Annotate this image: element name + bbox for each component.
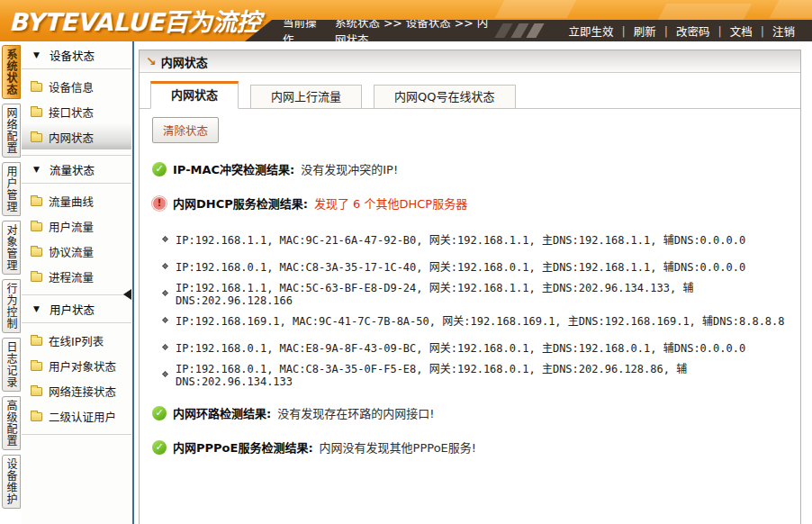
brand-logo-cn: 百为流控 [164,8,261,36]
sidebar-menu: ▼ 设备状态 设备信息 接口状态 内网状态 ▼ 流量状态 流量曲线 [22,41,131,524]
folder-icon [31,83,42,92]
check-ip-mac-conflict: ✓ IP-MAC冲突检测结果:没有发现冲突的IP! [152,160,788,177]
sidebar-item-label: 接口状态 [49,104,94,121]
sidebar-group-items: 流量曲线 用户流量 协议流量 进程流量 [22,184,131,295]
main-panel: ↘ 内网状态 内网状态 内网上行流量 内网QQ号在线状态 清除状态 ✓ IP-M… [139,50,801,524]
sidebar-group-device-status[interactable]: ▼ 设备状态 [22,41,131,69]
warning-icon: ! [152,196,167,211]
sidebar-group-label: 用户状态 [50,301,95,318]
sidebar-divider [132,41,134,524]
sidebar-item-user-traffic[interactable]: 用户流量 [22,213,131,239]
dhcp-server-entry: IP:192.168.0.1, MAC:E8-9A-8F-43-09-BC, 网… [176,339,745,355]
sidebar-item-traffic-curve[interactable]: 流量曲线 [22,188,131,213]
sidebar-item-secondary-auth-users[interactable]: 二级认证用户 [22,403,131,429]
docs-link[interactable]: 文档 [722,23,761,40]
bullet-icon [162,289,168,295]
sidebar-item-interface-status[interactable]: 接口状态 [22,99,131,124]
dhcp-server-entry: IP:192.168.1.1, MAC:9C-21-6A-47-92-B0, 网… [176,231,745,247]
brand-logo: BYTEVALUE百为流控 [9,3,261,38]
sidebar-group-user-status[interactable]: ▼ 用户状态 [22,295,131,323]
page-title-bar: ↘ 内网状态 [140,50,800,73]
page-title: 内网状态 [161,53,208,70]
folder-icon [31,273,42,282]
tab-lan-status[interactable]: 内网状态 [150,81,239,109]
breadcrumb-label: 当前操作 [283,14,322,41]
check-result: 内网没有发现其他PPPoE服务! [320,438,476,456]
module-tab-device-maintenance[interactable]: 设备维护 [2,455,21,509]
module-tab-advanced-config[interactable]: 高级配置 [2,396,21,450]
folder-icon [31,362,42,371]
module-tabbar: 系统状态 网络配置 用户管理 对象管理 行为控制 日志记录 高级配置 设备维护 [0,45,22,524]
sidebar-group-items: 设备信息 接口状态 内网状态 [22,69,131,156]
apply-now-link[interactable]: 立即生效 [561,23,622,40]
check-label: IP-MAC冲突检测结果: [173,160,294,177]
logout-link[interactable]: 注销 [764,23,803,40]
dhcp-server-entry: IP:192.168.0.1, MAC:C8-3A-35-0F-F5-E8, 网… [176,360,788,388]
bullet-icon [162,370,168,376]
triangle-down-icon: ▼ [33,50,40,59]
change-password-link[interactable]: 改密码 [668,23,718,40]
check-result-alert: 发现了 6 个其他DHCP服务器 [314,194,467,212]
check-lan-loop: ✓ 内网环路检测结果:没有发现存在环路的内网接口! [152,404,788,421]
module-tab-object-management[interactable]: 对象管理 [2,221,21,275]
module-tab-user-management[interactable]: 用户管理 [2,162,21,216]
clear-status-button[interactable]: 清除状态 [152,117,219,143]
module-tab-system-status[interactable]: 系统状态 [2,45,21,99]
tab-lan-qq-online-status[interactable]: 内网QQ号在线状态 [374,85,515,109]
brand-logo-en: BYTEVALUE [9,8,164,36]
folder-icon [31,248,42,257]
dhcp-server-entry: IP:192.168.169.1, MAC:9C-41-7C-7B-8A-50,… [176,312,785,328]
sidebar-item-network-connection-status[interactable]: 网络连接状态 [22,378,131,403]
sidebar-item-lan-status[interactable]: 内网状态 [22,124,131,149]
slash-deco-icon [527,23,546,38]
check-ok-icon: ✓ [152,162,167,176]
sidebar-item-label: 用户对象状态 [49,357,116,375]
module-tab-log-records[interactable]: 日志记录 [2,338,21,392]
refresh-link[interactable]: 刷新 [626,23,664,40]
module-tab-behavior-control[interactable]: 行为控制 [2,279,21,333]
check-ok-icon: ✓ [152,406,167,420]
check-pppoe-service: ✓ 内网PPPoE服务检测结果:内网没有发现其他PPPoE服务! [152,438,788,456]
breadcrumb-bar: 当前操作 系统状态 >> 设备状态 >> 内网状态 立即生效| 刷新| 改密码|… [245,20,812,41]
dhcp-server-row: IP:192.168.169.1, MAC:9C-41-7C-7B-8A-50,… [163,306,788,333]
dhcp-server-list: IP:192.168.1.1, MAC:9C-21-6A-47-92-B0, 网… [163,225,788,387]
triangle-down-icon: ▼ [33,304,40,313]
header-deco-stripe [657,4,753,22]
bullet-icon [162,235,168,241]
bullet-icon [162,262,168,268]
sidebar-item-user-object-status[interactable]: 用户对象状态 [22,353,131,378]
sidebar-item-online-ip-list[interactable]: 在线IP列表 [22,328,131,353]
check-result: 没有发现存在环路的内网接口! [277,404,434,421]
dhcp-server-row: IP:192.168.1.1, MAC:5C-63-BF-E8-D9-24, 网… [163,279,788,306]
sidebar-item-label: 内网状态 [49,129,94,146]
sidebar-item-device-info[interactable]: 设备信息 [22,74,131,99]
sidebar-group-label: 设备状态 [50,47,95,64]
sidebar-item-label: 用户流量 [49,218,94,235]
sidebar-item-protocol-traffic[interactable]: 协议流量 [22,239,131,264]
folder-icon [31,337,42,346]
check-label: 内网环路检测结果: [173,404,271,421]
tab-lan-upstream-traffic[interactable]: 内网上行流量 [250,85,362,109]
header-deco-stripe [495,0,577,18]
sidebar-group-traffic-status[interactable]: ▼ 流量状态 [22,156,131,184]
sidebar-item-process-traffic[interactable]: 进程流量 [22,264,131,289]
content-tabbar: 内网状态 内网上行流量 内网QQ号在线状态 [140,73,800,109]
folder-icon [31,412,42,421]
folder-icon [31,108,42,117]
folder-icon [31,197,42,206]
dhcp-server-row: IP:192.168.0.1, MAC:E8-9A-8F-43-09-BC, 网… [163,333,788,360]
sidebar-item-label: 设备信息 [49,78,94,95]
bullet-icon [162,343,168,349]
sidebar-item-label: 网络连接状态 [49,383,116,400]
content-area: 清除状态 ✓ IP-MAC冲突检测结果:没有发现冲突的IP! ! 内网DHCP服… [140,109,800,456]
folder-icon [31,387,42,396]
check-ok-icon: ✓ [152,440,167,455]
sidebar-item-label: 二级认证用户 [49,408,116,425]
dhcp-server-entry: IP:192.168.0.1, MAC:C8-3A-35-17-1C-40, 网… [176,258,745,274]
sidebar-group-items: 在线IP列表 用户对象状态 网络连接状态 二级认证用户 [22,323,131,435]
check-result: 没有发现冲突的IP! [301,160,398,177]
header-links: 立即生效| 刷新| 改密码| 文档| 注销 [561,23,803,40]
header-deco-stripe [770,0,812,18]
module-tab-network-config[interactable]: 网络配置 [2,104,21,158]
sidebar-collapse-icon[interactable] [123,289,131,300]
